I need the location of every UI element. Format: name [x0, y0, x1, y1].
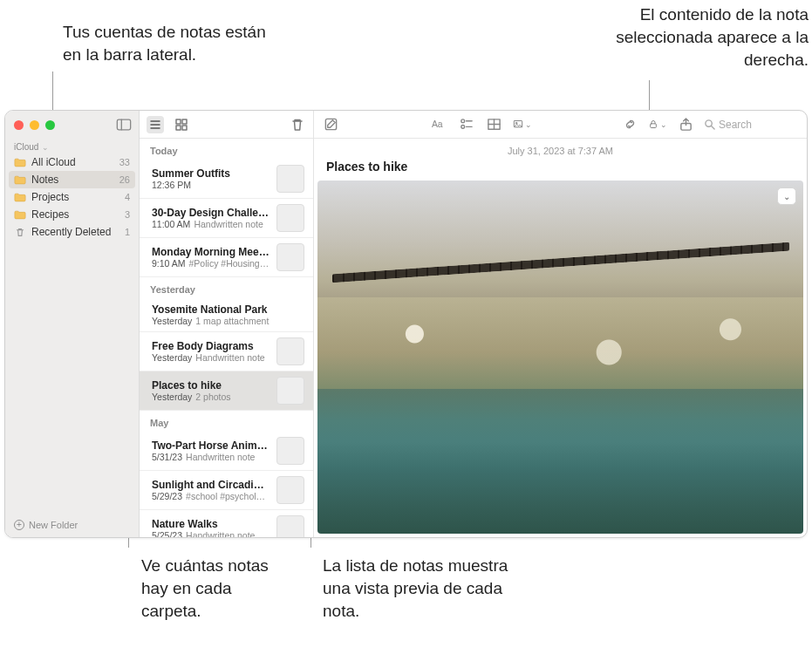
- svg-rect-5: [176, 119, 181, 124]
- svg-rect-9: [325, 119, 336, 129]
- sidebar-item-label: All iCloud: [31, 156, 114, 168]
- note-thumbnail: [276, 337, 304, 365]
- chevron-down-icon: ⌄: [525, 120, 532, 129]
- note-meta: 11:00 AMHandwritten note: [152, 219, 270, 229]
- search-icon: [704, 119, 715, 130]
- note-body[interactable]: ⌄: [314, 181, 807, 537]
- sidebar-item-recently-deleted[interactable]: Recently Deleted1: [5, 223, 139, 241]
- callout-accounts: Tus cuentas de notas están en la barra l…: [63, 21, 281, 66]
- sidebar-item-recipes[interactable]: Recipes3: [5, 206, 139, 223]
- note-thumbnail: [276, 165, 304, 193]
- note-meta: 5/29/23#school #psycholo…: [152, 491, 270, 501]
- sidebar-item-count: 3: [125, 209, 130, 220]
- note-thumbnail: [276, 243, 304, 271]
- note-title[interactable]: Places to hike: [314, 156, 807, 181]
- note-row[interactable]: Yosemite National ParkYesterday1 map att…: [140, 298, 313, 332]
- sidebar-item-label: Projects: [31, 191, 119, 203]
- svg-text:Aa: Aa: [432, 119, 443, 129]
- sidebar-item-count: 4: [125, 192, 130, 202]
- note-thumbnail: [276, 204, 304, 232]
- note-title: Two-Part Horse Anima…: [152, 439, 270, 452]
- svg-point-19: [515, 122, 517, 124]
- notes-list-body[interactable]: TodaySummer Outfits12:36 PM30-Day Design…: [140, 139, 313, 537]
- lock-note-button[interactable]: ⌄: [648, 115, 667, 134]
- link-note-button[interactable]: [620, 115, 639, 134]
- note-row[interactable]: Summer Outfits12:36 PM: [140, 160, 313, 199]
- search-placeholder: Search: [719, 119, 752, 131]
- sidebar-item-notes[interactable]: Notes26: [9, 171, 135, 188]
- share-group: ⌄: [620, 115, 667, 134]
- note-thumbnail: [276, 515, 304, 537]
- note-title: Monday Morning Meeting: [152, 246, 270, 258]
- toggle-sidebar-button[interactable]: [116, 118, 132, 132]
- notes-list-column: TodaySummer Outfits12:36 PM30-Day Design…: [140, 111, 314, 537]
- media-button[interactable]: ⌄: [513, 115, 532, 134]
- image-options-button[interactable]: ⌄: [777, 187, 796, 205]
- plus-circle-icon: +: [14, 520, 24, 530]
- close-button[interactable]: [14, 120, 24, 130]
- notes-group-header: May: [140, 411, 313, 432]
- maximize-button[interactable]: [45, 120, 55, 130]
- note-row[interactable]: 30-Day Design Challen…11:00 AMHandwritte…: [140, 199, 313, 238]
- notes-group-header: Yesterday: [140, 277, 313, 298]
- note-meta: Yesterday2 photos: [152, 392, 270, 402]
- minimize-button[interactable]: [30, 120, 39, 130]
- callout-folder-counts: Ve cuántas notas hay en cada carpeta.: [141, 555, 281, 623]
- svg-rect-20: [651, 124, 657, 128]
- section-label: iCloud: [14, 142, 38, 152]
- note-timestamp: July 31, 2023 at 7:37 AM: [314, 146, 807, 156]
- chevron-down-icon: ⌄: [660, 120, 667, 129]
- share-button[interactable]: [676, 115, 695, 134]
- note-meta: Yesterday1 map attachment: [152, 316, 304, 326]
- svg-rect-0: [117, 119, 130, 130]
- sidebar-item-count: 33: [119, 157, 130, 167]
- note-row[interactable]: Places to hikeYesterday2 photos: [140, 371, 313, 411]
- note-thumbnail: [276, 437, 304, 465]
- compose-button[interactable]: [321, 115, 340, 134]
- sidebar-item-all-icloud[interactable]: All iCloud33: [5, 153, 139, 171]
- note-title: Free Body Diagrams: [152, 340, 270, 352]
- note-row[interactable]: Free Body DiagramsYesterdayHandwritten n…: [140, 332, 313, 371]
- note-title: Nature Walks: [152, 518, 270, 530]
- note-title: Summer Outfits: [152, 167, 270, 180]
- note-title: 30-Day Design Challen…: [152, 207, 270, 219]
- note-attached-image[interactable]: ⌄: [317, 181, 803, 534]
- text-style-button[interactable]: Aa: [429, 115, 448, 134]
- list-view-button[interactable]: [147, 116, 164, 133]
- search-field[interactable]: Search: [704, 119, 800, 131]
- note-row[interactable]: Monday Morning Meeting9:10 AM#Policy #Ho…: [140, 238, 313, 277]
- gallery-view-button[interactable]: [173, 116, 190, 133]
- notes-list-toolbar: [140, 111, 313, 139]
- svg-line-23: [712, 126, 715, 130]
- note-meta: 5/25/23Handwritten note: [152, 530, 270, 537]
- note-title: Yosemite National Park: [152, 303, 304, 316]
- new-folder-button[interactable]: + New Folder: [5, 514, 139, 537]
- note-meta: YesterdayHandwritten note: [152, 352, 270, 363]
- note-row[interactable]: Two-Part Horse Anima…5/31/23Handwritten …: [140, 432, 313, 471]
- svg-point-11: [461, 119, 465, 123]
- window-controls-area: [5, 111, 139, 139]
- svg-rect-8: [182, 126, 187, 130]
- sidebar-section-icloud[interactable]: iCloud ⌄: [5, 139, 139, 153]
- note-title: Sunlight and Circadian…: [152, 479, 270, 491]
- chevron-down-icon: ⌄: [42, 143, 49, 152]
- svg-point-13: [461, 125, 465, 128]
- editor-toolbar: Aa ⌄ ⌄: [314, 111, 807, 139]
- sidebar-item-count: 1: [125, 227, 130, 237]
- note-row[interactable]: Nature Walks5/25/23Handwritten note: [140, 510, 313, 537]
- note-meta: 12:36 PM: [152, 180, 270, 190]
- sidebar: iCloud ⌄ All iCloud33Notes26Projects4Rec…: [5, 111, 140, 537]
- sidebar-item-label: Recipes: [31, 208, 119, 221]
- note-title: Places to hike: [152, 379, 270, 392]
- format-group: Aa ⌄: [429, 115, 532, 134]
- note-row[interactable]: Sunlight and Circadian…5/29/23#school #p…: [140, 471, 313, 510]
- notes-group-header: Today: [140, 139, 313, 160]
- table-button[interactable]: [485, 115, 504, 134]
- svg-rect-6: [182, 119, 187, 124]
- svg-rect-7: [176, 126, 181, 130]
- note-thumbnail: [276, 377, 304, 405]
- checklist-button[interactable]: [457, 115, 476, 134]
- delete-note-button[interactable]: [289, 116, 306, 133]
- callout-notes-preview: La lista de notas muestra una vista prev…: [323, 555, 515, 623]
- sidebar-item-projects[interactable]: Projects4: [5, 188, 139, 206]
